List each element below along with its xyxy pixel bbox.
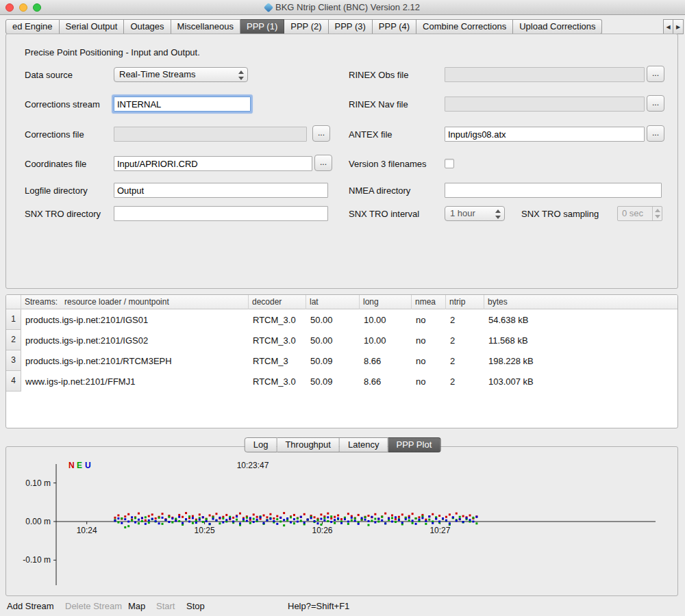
antex-browse-button[interactable]: ... [647, 125, 664, 142]
snx-tro-sampling-spinner: 0 sec [617, 206, 662, 221]
header-corner-cell [6, 295, 21, 309]
app-icon [264, 2, 273, 12]
minimize-button[interactable] [19, 3, 27, 12]
cell-lat: 50.00 [306, 315, 360, 325]
nmea-dir-input[interactable] [445, 183, 662, 198]
row-number[interactable]: 2 [6, 330, 21, 350]
svg-text:10:24: 10:24 [77, 526, 97, 535]
cell-long: 8.66 [360, 376, 412, 387]
cell-lat: 50.00 [306, 335, 360, 346]
svg-text:0.10 m: 0.10 m [25, 478, 51, 488]
header-lat[interactable]: lat [306, 295, 360, 309]
antex-input[interactable] [445, 127, 645, 142]
snx-tro-sampling-value: 0 sec [622, 208, 643, 218]
corrections-file-input [114, 127, 307, 142]
coordinates-file-input[interactable] [114, 156, 312, 171]
traffic-lights [5, 3, 41, 12]
data-source-label: Data source [25, 70, 73, 80]
row-number[interactable]: 4 [6, 371, 21, 392]
row-number[interactable]: 1 [6, 309, 21, 330]
ppp-plot-canvas: 0.10 m0.00 m-0.10 m10:2410:2510:2610:271… [6, 447, 677, 595]
svg-text:U: U [85, 461, 91, 470]
rinex-obs-input [445, 67, 645, 82]
cell-long: 10.00 [360, 315, 412, 325]
add-stream-button[interactable]: Add Stream [7, 601, 54, 611]
tab-ppp-3[interactable]: PPP (3) [329, 19, 373, 34]
stop-button[interactable]: Stop [186, 601, 205, 611]
coordinates-file-browse-button[interactable]: ... [314, 155, 332, 171]
tab-ppp-4[interactable]: PPP (4) [373, 19, 416, 34]
cell-nmea: no [412, 376, 446, 387]
streams-table: Streams: resource loader / mountpoint de… [5, 294, 678, 428]
table-row[interactable]: 3 products.igs-ip.net:2101/RTCM3EPH RTCM… [6, 350, 677, 371]
table-row[interactable]: 1 products.igs-ip.net:2101/IGS01 RTCM_3.… [6, 309, 677, 330]
data-source-dropdown[interactable]: Real-Time Streams [114, 67, 248, 82]
cell-ntrip: 2 [446, 315, 484, 325]
cell-mountpoint: products.igs-ip.net:2101/RTCM3EPH [21, 356, 249, 366]
header-nmea[interactable]: nmea [412, 295, 446, 309]
tab-upload-corrections[interactable]: Upload Corrections [513, 19, 602, 34]
table-row[interactable]: 2 products.igs-ip.net:2101/IGS02 RTCM_3.… [6, 330, 677, 350]
nmea-dir-label: NMEA directory [349, 185, 410, 196]
tab-ppp-1[interactable]: PPP (1) [240, 19, 284, 34]
cell-mountpoint: products.igs-ip.net:2101/IGS02 [21, 335, 249, 346]
tab-combine-corrections[interactable]: Combine Corrections [416, 19, 513, 34]
header-mountpoint[interactable]: Streams: resource loader / mountpoint [21, 295, 249, 309]
popup-arrows-icon [238, 70, 244, 81]
header-bytes[interactable]: bytes [484, 295, 677, 309]
rinex-obs-browse-button[interactable]: ... [647, 66, 664, 82]
snx-tro-dir-label: SNX TRO directory [25, 209, 101, 219]
cell-ntrip: 2 [446, 376, 484, 387]
row-number[interactable]: 3 [6, 350, 21, 371]
corrections-stream-input[interactable] [114, 97, 251, 112]
svg-text:10:27: 10:27 [429, 526, 450, 535]
coordinates-file-label: Coordinates file [25, 159, 86, 169]
cell-long: 10.00 [360, 335, 412, 346]
start-button: Start [156, 601, 175, 611]
corrections-file-browse-button[interactable]: ... [312, 125, 330, 142]
cell-decoder: RTCM_3.0 [249, 335, 306, 346]
cell-mountpoint: products.igs-ip.net:2101/IGS01 [21, 315, 249, 325]
delete-stream-button: Delete Stream [65, 601, 122, 611]
antex-label: ANTEX file [349, 129, 393, 140]
tab-outages[interactable]: Outages [124, 19, 171, 34]
header-long[interactable]: long [360, 295, 412, 309]
cell-nmea: no [412, 335, 446, 346]
svg-text:10:25: 10:25 [195, 526, 215, 535]
ppp-panel: Precise Point Positioning - Input and Ou… [5, 34, 678, 289]
rinex-nav-browse-button[interactable]: ... [647, 95, 664, 112]
snx-tro-dir-input[interactable] [114, 206, 328, 221]
footer-toolbar: Add Stream Delete Stream Map Start Stop … [0, 601, 685, 616]
cell-decoder: RTCM_3.0 [249, 315, 306, 325]
cell-lat: 50.09 [306, 356, 360, 366]
snx-tro-interval-dropdown[interactable]: 1 hour [445, 206, 505, 221]
cell-bytes: 103.007 kB [484, 376, 677, 387]
svg-text:N: N [68, 461, 75, 470]
table-row[interactable]: 4 www.igs-ip.net:2101/FFMJ1 RTCM_3.0 50.… [6, 371, 677, 392]
header-decoder[interactable]: decoder [249, 295, 306, 309]
tab-scroll-left-icon[interactable]: ◀ [663, 19, 673, 34]
tab-throughput[interactable]: Throughput [277, 437, 340, 452]
titlebar: BKG Ntrip Client (BNC) Version 2.12 [0, 0, 685, 15]
close-button[interactable] [5, 3, 14, 12]
tab-log[interactable]: Log [245, 437, 277, 452]
map-button[interactable]: Map [128, 601, 145, 611]
rinex-nav-label: RINEX Nav file [349, 99, 408, 110]
header-ntrip[interactable]: ntrip [446, 295, 484, 309]
tab-scroll-right-icon[interactable]: ▶ [673, 19, 684, 34]
svg-text:10:23:47: 10:23:47 [237, 461, 269, 470]
tab-miscellaneous[interactable]: Miscellaneous [171, 19, 240, 34]
data-source-value: Real-Time Streams [119, 69, 195, 79]
rinex-obs-label: RINEX Obs file [349, 70, 408, 80]
spinner-arrows-icon [652, 207, 662, 220]
tab-ppp-plot[interactable]: PPP Plot [388, 437, 440, 452]
cell-nmea: no [412, 356, 446, 366]
tab-feed-engine[interactable]: ed Engine [5, 19, 60, 34]
tab-latency[interactable]: Latency [340, 437, 388, 452]
zoom-button[interactable] [33, 3, 41, 12]
rinex-nav-input [445, 97, 645, 112]
v3-filenames-checkbox[interactable] [445, 159, 454, 168]
tab-ppp-2[interactable]: PPP (2) [284, 19, 328, 34]
logfile-dir-input[interactable] [114, 183, 328, 198]
tab-serial-output[interactable]: Serial Output [60, 19, 125, 34]
